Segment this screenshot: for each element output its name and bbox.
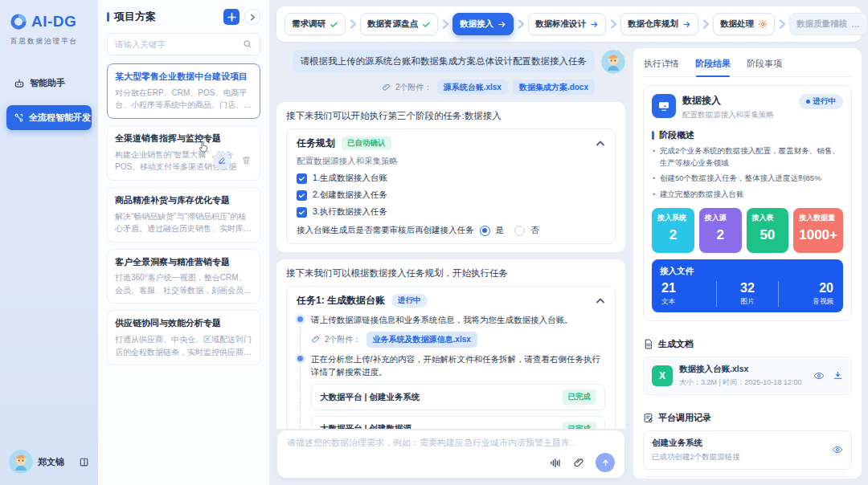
sidebar-item-full-process[interactable]: 全流程智能开发 [6, 105, 92, 130]
paperclip-icon [311, 335, 320, 344]
edit-project-icon[interactable] [213, 152, 231, 169]
status-badge: 进行中 [391, 294, 428, 308]
arrow-right-icon [497, 20, 506, 29]
task1-card: 任务1: 生成数据台账 进行中 请上传数据源链接信息和业务系统信息，我将为您生成… [286, 286, 616, 429]
assistant-intro: 接下来我们可以开始执行第三个阶段的任务:数据接入 [286, 110, 616, 122]
project-card-desc: 对分散在ERP、CRM、POS、电商平台、小程序等系统中的商品、门店、会员、交易… [115, 87, 252, 112]
workflow-step-data-access[interactable]: 数据接入 [452, 13, 514, 35]
stat-files-tile: 接入文件 21 文本 32 图片 20 音视频 [652, 259, 843, 312]
workflow-icon [14, 112, 24, 123]
platform-record[interactable]: 创建业务系统 已成功创建2个数据源链接 [643, 430, 852, 470]
app-sidebar: AI-DG 百思数据治理平台 智能助手 全流程智能开发 郑文锦 [0, 0, 98, 485]
attachments-count-label: 2个附件： [325, 333, 362, 345]
chat-input[interactable] [287, 437, 615, 451]
radio-yes-label: 是 [496, 225, 505, 236]
chevron-up-icon[interactable] [596, 296, 605, 306]
checkbox-checked[interactable] [297, 190, 307, 201]
stage-title: 数据接入 [682, 94, 774, 108]
overview-bullet: 创建50个数据接入任务，整体接入进度达到85% [652, 172, 843, 184]
tab-stage-items[interactable]: 阶段事项 [746, 51, 783, 76]
status-badge: 已完成 [563, 389, 597, 404]
project-card-desc: 打通从供应商、中央仓、区域配送到门店的全程数据链条，实时监控供应商交货准时率、商… [115, 333, 252, 358]
chat-area: 请根据我上传的源系统台账和数据集成方案总体设计配置数据接入任务 2个附件： 源系… [276, 48, 625, 479]
download-icon[interactable] [833, 370, 843, 381]
user-avatar[interactable] [9, 450, 33, 474]
status-badge: 已完成 [563, 422, 597, 430]
files-stat-av: 20 音视频 [778, 281, 835, 307]
flow-arrow-icon [701, 19, 710, 29]
checklist-item: 3.执行数据接入任务 [313, 206, 387, 218]
workflow-step-inventory[interactable]: 数据资源盘点 [360, 13, 438, 35]
task-plan-card: 任务规划 已自动确认 配置数据源接入和采集策略 1.生成数据接入台账 [286, 128, 616, 244]
project-card-desc: 打造360°客户统一视图，整合CRM、会员、客服、社交等数据，刻画会员生命周期与… [115, 271, 252, 296]
attachment-file[interactable]: 业务系统及数据源信息.xlsx [366, 332, 477, 348]
collapse-panel-button[interactable] [244, 9, 260, 25]
ellipsis-icon: … [851, 19, 861, 29]
radio-no[interactable] [514, 226, 525, 236]
project-card[interactable]: 某大型零售企业数据中台建设项目 对分散在ERP、CRM、POS、电商平台、小程序… [107, 63, 260, 119]
task-plan-desc: 配置数据源接入和采集策略 [297, 156, 605, 167]
preview-icon[interactable] [813, 370, 825, 381]
chevron-up-icon[interactable] [596, 139, 605, 149]
user-message: 请根据我上传的源系统台账和数据集成方案总体设计配置数据接入任务 [293, 50, 596, 73]
project-search [107, 33, 260, 55]
paperclip-icon [382, 83, 391, 92]
docs-section-title: 生成文档 [658, 338, 694, 350]
checkbox-checked[interactable] [297, 173, 307, 184]
timeline-dot-icon [297, 356, 303, 361]
excel-file-icon: X [652, 365, 673, 386]
sidebar-item-label: 智能助手 [30, 77, 65, 89]
preview-icon[interactable] [832, 444, 843, 455]
workflow-bar: 需求调研 数据资源盘点 数据接入 数据标准设计 数据仓库规划 数据处理 [276, 6, 862, 42]
timeline-dot-icon [297, 316, 303, 322]
file-meta: 大小：3.2M | 时间：2025-10-18 12:00 [679, 377, 801, 388]
stat-sources: 接入源 2 [699, 208, 742, 253]
project-card[interactable]: 全渠道销售指挥与监控专题 构建企业销售的“智慧大脑”，整合POS、移动支付等多渠… [107, 125, 260, 181]
project-card-desc: 解决“畅销品缺货”与“滞销品积压”的核心矛盾。通过融合历史销售、实时库存、促销计… [115, 210, 252, 235]
workflow-step-processing[interactable]: 数据处理 [713, 13, 775, 35]
project-card-title: 全渠道销售指挥与监控专题 [115, 132, 252, 145]
flow-arrow-icon [348, 19, 358, 29]
generated-file-card[interactable]: X 数据接入台账.xlsx 大小：3.2M | 时间：2025-10-18 12… [643, 357, 852, 395]
stage-summary-card: 数据接入 配置数据源接入和采集策略 进行中 阶段概述 完成2个业务系统的数据接入… [643, 85, 852, 321]
workflow-step-warehouse[interactable]: 数据仓库规划 [620, 13, 698, 35]
tab-execution-detail[interactable]: 执行详情 [643, 51, 680, 76]
files-stat-text: 21 文本 [660, 281, 716, 307]
attachments-count-label: 2个附件： [395, 82, 432, 93]
workflow-step-standards[interactable]: 数据标准设计 [528, 13, 606, 35]
subtask-row[interactable]: 大数据平台 | 创建数据源 已完成 [311, 416, 605, 430]
workflow-step-requirements[interactable]: 需求调研 [285, 13, 346, 35]
sidebar-item-assistant[interactable]: 智能助手 [6, 71, 92, 96]
logout-icon[interactable] [79, 457, 89, 467]
tab-stage-result[interactable]: 阶段结果 [694, 51, 731, 76]
checkbox-checked[interactable] [297, 207, 307, 218]
chat-user-avatar [601, 50, 625, 74]
workflow-step-quality[interactable]: 数据质量稽核 … [789, 13, 868, 35]
stat-tables: 接入表 50 [747, 208, 789, 253]
attachment-file[interactable]: 数据集成方案.docx [513, 79, 595, 95]
subtask-row[interactable]: 大数据平台 | 创建业务系统 已完成 [311, 384, 605, 410]
project-card[interactable]: 供应链协同与效能分析专题 打通从供应商、中央仓、区域配送到门店的全程数据链条，实… [107, 310, 260, 365]
assistant-message-task: 接下来我们可以根据数据接入任务规划，开始执行任务 任务1: 生成数据台账 进行中 [276, 259, 625, 429]
file-name: 数据接入台账.xlsx [679, 364, 801, 375]
flow-arrow-icon [516, 19, 526, 29]
attach-file-icon[interactable] [573, 457, 584, 468]
checklist-item: 2.创建数据接入任务 [313, 190, 387, 201]
project-panel: 项目方案 某大型零售企业数据中台建设项目 对分散在ERP、CRM、POS、电商平… [98, 0, 270, 485]
add-project-button[interactable] [223, 9, 240, 25]
send-button[interactable] [596, 453, 615, 472]
voice-input-icon[interactable] [550, 458, 562, 468]
files-stat-image: 32 图片 [716, 281, 778, 307]
search-icon[interactable] [243, 39, 252, 49]
attachment-file[interactable]: 源系统台账.xlsx [437, 79, 508, 95]
arrow-right-icon [682, 20, 691, 29]
stat-systems: 接入系统 2 [652, 208, 694, 253]
delete-project-icon[interactable] [241, 155, 252, 165]
search-input[interactable] [115, 39, 238, 49]
project-card[interactable]: 商品精准补货与库存优化专题 解决“畅销品缺货”与“滞销品积压”的核心矛盾。通过融… [107, 187, 260, 243]
project-card[interactable]: 客户全景洞察与精准营销专题 打造360°客户统一视图，整合CRM、会员、客服、社… [107, 249, 260, 304]
overview-bullet: 建立完整的数据接入台账 [652, 188, 843, 200]
overview-bullet: 完成2个业务系统的数据接入配置，覆盖财务、销售、生产等核心业务领域 [652, 145, 843, 169]
radio-yes[interactable] [480, 226, 490, 236]
platform-record[interactable]: 创建数据源 已成功创建2个数据源链接 [643, 476, 852, 479]
